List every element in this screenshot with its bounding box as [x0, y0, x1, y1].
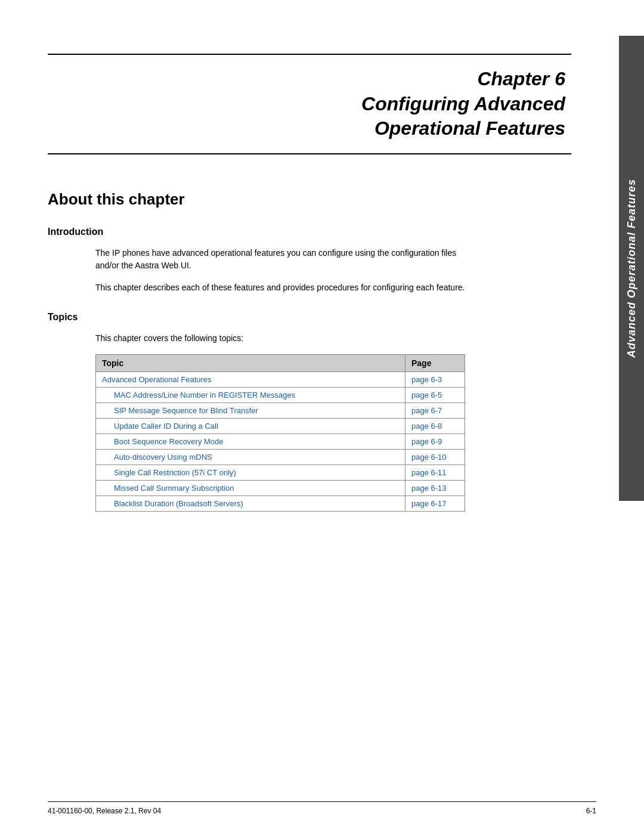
side-tab: Advanced Operational Features: [619, 36, 644, 501]
introduction-para2: This chapter describes each of these fea…: [95, 281, 465, 294]
table-header-row: Topic Page: [96, 354, 465, 371]
chapter-line1: Chapter 6: [48, 67, 565, 92]
footer: 41-001160-00, Release 2.1, Rev 04 6-1: [48, 801, 596, 815]
page-cell[interactable]: page 6-5: [405, 387, 465, 402]
chapter-title: Chapter 6 Configuring Advanced Operation…: [48, 67, 565, 141]
page-cell[interactable]: page 6-7: [405, 402, 465, 418]
introduction-para1: The IP phones have advanced operational …: [95, 247, 465, 272]
topic-cell[interactable]: Auto-discovery Using mDNS: [96, 449, 405, 465]
table-row: Boot Sequence Recovery Modepage 6-9: [96, 433, 465, 449]
page-cell[interactable]: page 6-3: [405, 371, 465, 387]
footer-right: 6-1: [586, 807, 596, 815]
table-row: Update Caller ID During a Callpage 6-8: [96, 418, 465, 433]
table-row: MAC Address/Line Number in REGISTER Mess…: [96, 387, 465, 402]
page-cell[interactable]: page 6-11: [405, 465, 465, 480]
topic-cell[interactable]: Boot Sequence Recovery Mode: [96, 433, 405, 449]
page-cell[interactable]: page 6-10: [405, 449, 465, 465]
page-cell[interactable]: page 6-13: [405, 480, 465, 496]
about-heading: About this chapter: [48, 190, 571, 209]
page-col-header: Page: [405, 354, 465, 371]
topic-cell[interactable]: Update Caller ID During a Call: [96, 418, 405, 433]
page-cell[interactable]: page 6-17: [405, 496, 465, 511]
topic-cell[interactable]: MAC Address/Line Number in REGISTER Mess…: [96, 387, 405, 402]
table-row: Blacklist Duration (Broadsoft Servers)pa…: [96, 496, 465, 511]
topic-cell[interactable]: Missed Call Summary Subscription: [96, 480, 405, 496]
topics-heading: Topics: [48, 312, 571, 323]
introduction-heading: Introduction: [48, 227, 571, 237]
topic-cell[interactable]: Advanced Operational Features: [96, 371, 405, 387]
table-row: SIP Message Sequence for Blind Transferp…: [96, 402, 465, 418]
chapter-line3: Operational Features: [48, 116, 565, 141]
topic-col-header: Topic: [96, 354, 405, 371]
top-divider: [48, 54, 571, 55]
bottom-title-divider: [48, 153, 571, 154]
topic-cell[interactable]: SIP Message Sequence for Blind Transfer: [96, 402, 405, 418]
table-row: Missed Call Summary Subscriptionpage 6-1…: [96, 480, 465, 496]
topics-section: Topics This chapter covers the following…: [48, 312, 571, 512]
topics-intro: This chapter covers the following topics…: [95, 332, 465, 345]
footer-left: 41-001160-00, Release 2.1, Rev 04: [48, 807, 161, 815]
main-content: Chapter 6 Configuring Advanced Operation…: [0, 0, 619, 535]
table-row: Auto-discovery Using mDNSpage 6-10: [96, 449, 465, 465]
page-container: Advanced Operational Features Chapter 6 …: [0, 0, 644, 833]
page-cell[interactable]: page 6-9: [405, 433, 465, 449]
topics-table: Topic Page Advanced Operational Features…: [95, 354, 465, 512]
table-row: Advanced Operational Featurespage 6-3: [96, 371, 465, 387]
chapter-line2: Configuring Advanced: [48, 92, 565, 117]
chapter-title-area: Chapter 6 Configuring Advanced Operation…: [48, 67, 571, 141]
page-cell[interactable]: page 6-8: [405, 418, 465, 433]
side-tab-text: Advanced Operational Features: [626, 179, 638, 358]
table-row: Single Call Restriction (57i CT only)pag…: [96, 465, 465, 480]
topic-cell[interactable]: Single Call Restriction (57i CT only): [96, 465, 405, 480]
topic-cell[interactable]: Blacklist Duration (Broadsoft Servers): [96, 496, 405, 511]
